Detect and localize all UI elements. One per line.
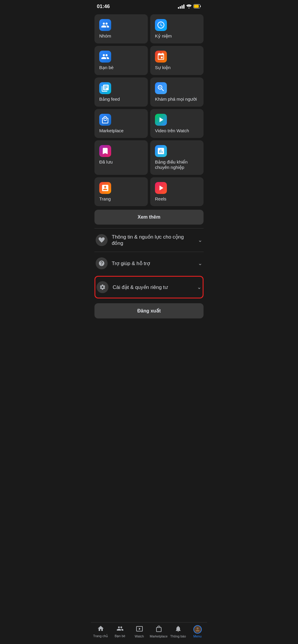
sections-container: Thông tin & nguồn lực cho cộng đồng ⌄ Tr… [94, 228, 204, 298]
battery-icon [193, 4, 201, 9]
community-label: Thông tin & nguồn lực cho cộng đồng [112, 234, 194, 246]
pages-icon [99, 182, 111, 194]
reels-icon [155, 182, 167, 194]
memories-icon [155, 19, 167, 31]
svg-rect-2 [194, 5, 199, 8]
section-community[interactable]: Thông tin & nguồn lực cho cộng đồng ⌄ [94, 228, 204, 252]
help-label: Trợ giúp & hỗ trợ [112, 260, 194, 267]
menu-item-friends[interactable]: Bạn bè [94, 46, 148, 75]
reels-label: Reels [155, 196, 199, 201]
menu-item-people[interactable]: Khám phá mọi người [150, 77, 204, 107]
see-more-button[interactable]: Xem thêm [94, 210, 204, 225]
menu-nav-label: Menu [193, 634, 202, 638]
status-icons [178, 4, 201, 9]
section-help[interactable]: Trợ giúp & hỗ trợ ⌄ [94, 252, 204, 275]
logout-button[interactable]: Đăng xuất [94, 303, 204, 318]
nav-item-menu[interactable]: Menu [188, 625, 207, 638]
user-avatar [193, 625, 202, 634]
menu-grid: Nhóm Kỷ niệm Bạn bè Sự kiện Bảng feed Kh… [94, 14, 204, 206]
nav-item-home[interactable]: Trang chủ [91, 625, 110, 638]
signal-icon [178, 4, 184, 9]
memories-label: Kỷ niệm [155, 33, 199, 39]
home-nav-icon [97, 625, 104, 633]
menu-nav-icon [193, 625, 202, 634]
menu-item-reels[interactable]: Reels [150, 177, 204, 206]
nav-item-notifications[interactable]: Thông báo [168, 625, 188, 638]
menu-item-events[interactable]: Sự kiện [150, 46, 204, 75]
friends-nav-label: Bạn bè [115, 634, 125, 638]
saved-label: Đã lưu [99, 159, 143, 165]
menu-item-groups[interactable]: Nhóm [94, 14, 148, 43]
notifications-nav-label: Thông báo [170, 634, 186, 638]
settings-label: Cài đặt & quyền riêng tư [113, 284, 193, 290]
status-bar: 01:46 [91, 0, 207, 12]
watch-nav-icon [136, 625, 143, 634]
help-icon-wrap [96, 257, 108, 269]
friends-label: Bạn bè [99, 65, 143, 70]
feed-label: Bảng feed [99, 97, 143, 102]
friends-icon [99, 51, 111, 63]
settings-chevron: ⌄ [197, 284, 201, 290]
nav-item-marketplace[interactable]: Marketplace [149, 625, 168, 638]
marketplace-label: Marketplace [99, 128, 143, 133]
bottom-nav: Trang chủ Bạn bè Watch Marketplace Thông… [91, 622, 207, 644]
nav-item-watch[interactable]: Watch [130, 625, 149, 638]
groups-icon [99, 19, 111, 31]
saved-icon [99, 145, 111, 157]
notifications-nav-icon [175, 625, 182, 634]
menu-item-feed[interactable]: Bảng feed [94, 77, 148, 107]
wifi-icon [186, 4, 192, 9]
menu-item-pages[interactable]: Trang [94, 177, 148, 206]
svg-point-0 [189, 7, 190, 8]
marketplace-icon [99, 114, 111, 126]
watch-nav-label: Watch [135, 634, 144, 638]
menu-item-marketplace[interactable]: Marketplace [94, 109, 148, 138]
main-content: Nhóm Kỷ niệm Bạn bè Sự kiện Bảng feed Kh… [91, 12, 207, 351]
feed-icon [99, 82, 111, 94]
help-chevron: ⌄ [198, 260, 202, 267]
marketplace-nav-icon [155, 625, 162, 634]
people-icon [155, 82, 167, 94]
pages-label: Trang [99, 196, 143, 201]
status-time: 01:46 [97, 4, 110, 10]
marketplace-nav-label: Marketplace [150, 634, 168, 638]
home-nav-label: Trang chủ [93, 634, 108, 638]
events-label: Sự kiện [155, 65, 199, 70]
menu-item-saved[interactable]: Đã lưu [94, 140, 148, 175]
section-settings[interactable]: Cài đặt & quyền riêng tư ⌄ [94, 276, 204, 298]
watch-label: Video trên Watch [155, 128, 199, 133]
professional-icon [155, 145, 167, 157]
nav-item-friends[interactable]: Bạn bè [110, 625, 130, 638]
menu-item-professional[interactable]: Bảng điều khiển chuyên nghiệp [150, 140, 204, 175]
professional-label: Bảng điều khiển chuyên nghiệp [155, 159, 199, 170]
people-label: Khám phá mọi người [155, 97, 199, 102]
friends-nav-icon [117, 625, 124, 633]
community-chevron: ⌄ [198, 237, 202, 243]
menu-item-watch[interactable]: Video trên Watch [150, 109, 204, 138]
watch-icon [155, 114, 167, 126]
events-icon [155, 51, 167, 63]
settings-icon-wrap [97, 281, 108, 293]
community-icon-wrap [96, 234, 108, 246]
menu-item-memories[interactable]: Kỷ niệm [150, 14, 204, 43]
groups-label: Nhóm [99, 33, 143, 38]
